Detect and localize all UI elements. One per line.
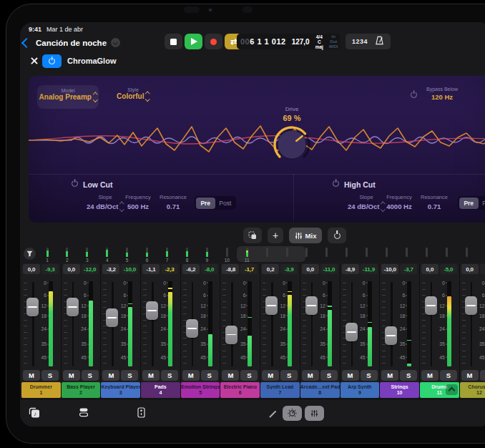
controls-view-button[interactable] [283, 406, 302, 421]
close-icon[interactable] [30, 57, 39, 65]
mute-button[interactable]: M [302, 370, 319, 381]
fader-handle[interactable] [106, 308, 118, 327]
fader-handle[interactable] [346, 323, 358, 341]
solo-button[interactable]: S [361, 370, 378, 381]
solo-button[interactable]: S [161, 370, 178, 381]
peak-readout[interactable]: -5,0 [440, 264, 457, 274]
pre-option[interactable]: Pre [459, 198, 479, 209]
paste-settings-button[interactable] [243, 228, 262, 243]
track-plate[interactable]: Keyboard Player 3 [101, 382, 140, 398]
track-plate[interactable]: Emotion Strings 5 [181, 382, 220, 398]
fader-handle[interactable] [305, 296, 318, 315]
bypass-control[interactable]: Bypass Below 120 Hz [417, 87, 467, 101]
solo-button[interactable]: S [121, 370, 138, 381]
mute-button[interactable]: M [421, 370, 439, 381]
volume-readout[interactable]: -8,9 [342, 264, 359, 274]
solo-button[interactable]: S [280, 370, 298, 381]
solo-button[interactable]: S [82, 370, 99, 381]
filter-button[interactable] [24, 248, 36, 260]
track-plate[interactable]: Synth Lead 7 [260, 382, 300, 398]
faders-view-button[interactable] [305, 406, 324, 421]
mix-view-button[interactable]: Mix [289, 228, 322, 243]
fader-handle[interactable] [465, 296, 477, 315]
mute-button[interactable]: M [142, 370, 160, 381]
volume-readout[interactable]: 0,0 [23, 264, 40, 274]
solo-button[interactable]: S [320, 370, 338, 381]
solo-button[interactable]: S [201, 370, 218, 381]
track-plate[interactable]: Strings 10 [380, 382, 419, 398]
volume-readout[interactable]: 0,2 [262, 264, 279, 274]
peak-readout[interactable]: -3,7 [400, 264, 417, 274]
track-plate[interactable]: Drummer 1 [21, 382, 61, 398]
track-plate[interactable]: Arcade…eet Pad 8 [300, 382, 340, 398]
mute-button[interactable]: M [182, 370, 200, 381]
level-control[interactable]: Level 0.0 [474, 87, 485, 101]
solo-button[interactable]: S [240, 370, 258, 381]
mute-button[interactable]: M [102, 370, 119, 381]
peak-readout[interactable]: -11,9 [361, 264, 378, 274]
high-cut-power-icon[interactable] [333, 180, 339, 187]
low-cut-resonance[interactable]: Resonance 0.71 [152, 194, 195, 210]
browser-icon[interactable] [79, 407, 89, 420]
track-plate[interactable]: Chorus V 12 [460, 382, 485, 398]
stop-button[interactable] [165, 34, 182, 49]
volume-readout[interactable]: 0,0 [302, 264, 319, 274]
track-plate[interactable]: Arp Synth 9 [341, 382, 380, 398]
volume-readout[interactable]: -8,8 [222, 264, 239, 274]
back-chevron-icon[interactable] [21, 38, 31, 48]
peak-readout[interactable]: -11,0 [320, 264, 338, 274]
volume-readout[interactable]: -10,0 [381, 264, 398, 274]
mute-button[interactable]: M [222, 370, 239, 381]
peak-readout[interactable]: -8,0 [201, 264, 218, 274]
bypass-power-icon[interactable] [411, 92, 417, 98]
solo-button[interactable]: S [480, 370, 485, 381]
volume-readout[interactable]: 0,0 [63, 264, 80, 274]
peak-readout[interactable]: -9,3 [41, 264, 59, 274]
mute-button[interactable]: M [23, 370, 40, 381]
style-selector[interactable]: Style Colorful [106, 87, 160, 100]
add-plugin-button[interactable]: + [268, 228, 283, 243]
mute-button[interactable]: M [63, 370, 80, 381]
lcd-display[interactable]: 00 6 1 1 012 127,0 4/4 C maj In Out MIDI [237, 34, 340, 49]
mute-button[interactable]: M [381, 370, 398, 381]
volume-readout[interactable]: -1,1 [142, 264, 160, 274]
track-plate[interactable]: Pads 4 [141, 382, 180, 398]
collapse-chevron-icon[interactable] [446, 384, 458, 395]
fader-handle[interactable] [67, 298, 79, 316]
track-plate[interactable]: Electric Piano 6 [220, 382, 260, 398]
play-button[interactable] [185, 34, 202, 49]
fader-handle[interactable] [26, 298, 39, 316]
record-button[interactable] [205, 34, 222, 49]
count-in-button[interactable]: 1234 [352, 38, 368, 45]
plugin-power-button[interactable] [42, 54, 62, 68]
peak-readout[interactable]: -12,0 [82, 264, 99, 274]
volume-readout[interactable]: -6,2 [182, 264, 200, 274]
mute-button[interactable]: M [342, 370, 359, 381]
peak-readout[interactable] [480, 264, 485, 274]
post-option[interactable]: Post [479, 198, 485, 209]
low-cut-power-icon[interactable] [72, 180, 78, 187]
volume-readout[interactable]: -3,2 [102, 264, 119, 274]
volume-readout[interactable]: 0,0 [421, 264, 439, 274]
fader-handle[interactable] [146, 301, 158, 320]
song-title[interactable]: Canción de noche [36, 38, 120, 47]
mixer-power-button[interactable] [328, 228, 346, 243]
fader-handle[interactable] [265, 296, 278, 315]
loops-browser-icon[interactable]: ♪ [29, 407, 40, 421]
fader-handle[interactable] [225, 326, 237, 344]
peak-readout[interactable]: -1,7 [240, 264, 258, 274]
pencil-icon[interactable] [268, 409, 278, 422]
mute-button[interactable]: M [262, 370, 279, 381]
drive-knob[interactable] [272, 125, 312, 165]
track-plate[interactable]: Bass Player 2 [62, 382, 101, 398]
solo-button[interactable]: S [440, 370, 457, 381]
title-dropdown-icon[interactable] [111, 38, 120, 47]
metronome-icon[interactable] [375, 35, 384, 48]
high-cut-pre-post[interactable]: Pre Post [458, 196, 485, 210]
peak-readout[interactable]: -10,0 [121, 264, 138, 274]
post-option[interactable]: Post [215, 198, 235, 209]
fader-handle[interactable] [425, 296, 437, 315]
track-plate[interactable]: Drums 11 [420, 382, 459, 398]
solo-button[interactable]: S [41, 370, 59, 381]
fader-handle[interactable] [385, 326, 397, 345]
